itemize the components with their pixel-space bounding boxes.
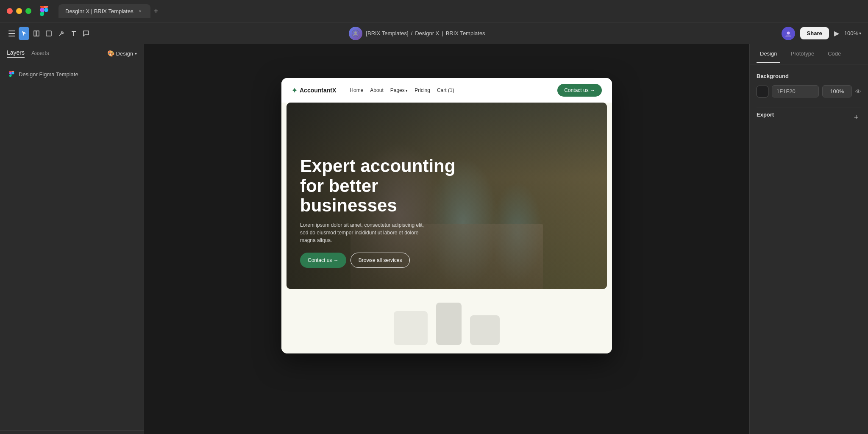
- left-panel: Layers Assets 🎨 Design ▾: [0, 44, 144, 434]
- design-badge[interactable]: 🎨 Design ▾: [107, 50, 137, 57]
- logo-symbol: ✦: [292, 86, 297, 95]
- breadcrumb-separator: /: [411, 30, 413, 36]
- logo-text: AccountantX: [300, 87, 336, 94]
- tab-bar: Desginr X | BRIX Templates × +: [58, 4, 861, 18]
- figma-layer-icon: [8, 71, 15, 78]
- toolbar-left: [7, 27, 92, 40]
- site-nav-links: Home About Pages Pricing Cart (1): [350, 87, 454, 93]
- hero-content: Expert accounting for better businesses …: [300, 156, 478, 268]
- svg-point-9: [12, 72, 14, 75]
- stats-chart-2: [436, 303, 462, 345]
- new-tab-button[interactable]: +: [154, 7, 159, 16]
- site-contact-button[interactable]: Contact us →: [557, 84, 602, 97]
- breadcrumb-divider: |: [442, 30, 443, 36]
- assets-tab[interactable]: Assets: [31, 50, 49, 57]
- code-tab[interactable]: Code: [824, 45, 844, 63]
- site-navbar: ✦ AccountantX Home About Pages Pricing C…: [281, 78, 612, 103]
- layer-item[interactable]: Designr Figma Template: [5, 68, 139, 80]
- stats-chart-1: [394, 311, 428, 345]
- layer-label: Designr Figma Template: [19, 71, 78, 78]
- hero-section: Expert accounting for better businesses …: [287, 103, 607, 289]
- visibility-toggle[interactable]: 👁: [855, 88, 861, 95]
- prototype-tab[interactable]: Prototype: [787, 45, 818, 63]
- active-tab[interactable]: Desginr X | BRIX Templates ×: [58, 4, 150, 18]
- toolbar-center: [BRIX Templates] / Designr X | BRIX Temp…: [93, 27, 741, 40]
- nav-about[interactable]: About: [370, 87, 383, 93]
- svg-rect-4: [46, 31, 51, 36]
- right-panel-content: Background 1F1F20 100% 👁 Export +: [750, 64, 868, 142]
- figma-logo-icon: [38, 5, 50, 17]
- select-tool-button[interactable]: [19, 27, 29, 40]
- text-tool-button[interactable]: [68, 27, 79, 40]
- shape-tool-button[interactable]: [44, 27, 54, 40]
- pen-tool-button[interactable]: [56, 27, 67, 40]
- nav-cart[interactable]: Cart (1): [437, 87, 454, 93]
- canvas: ✦ AccountantX Home About Pages Pricing C…: [144, 44, 749, 434]
- hero-title: Expert accounting for better businesses: [300, 156, 478, 215]
- toolbar: [BRIX Templates] / Designr X | BRIX Temp…: [0, 22, 868, 44]
- menu-button[interactable]: [7, 29, 17, 38]
- share-button[interactable]: Share: [800, 27, 829, 39]
- title-bar: Desginr X | BRIX Templates × +: [0, 0, 868, 22]
- opacity-input[interactable]: 100%: [822, 85, 852, 97]
- nav-pages[interactable]: Pages: [390, 87, 408, 93]
- design-tab[interactable]: Design: [757, 45, 780, 63]
- nav-home[interactable]: Home: [350, 87, 363, 93]
- add-export-button[interactable]: +: [851, 113, 861, 123]
- layers-tab[interactable]: Layers: [7, 49, 25, 58]
- tab-label: Desginr X | BRIX Templates: [65, 8, 134, 14]
- hero-services-button[interactable]: Browse all services: [351, 253, 410, 268]
- export-section: Export +: [757, 111, 861, 124]
- export-row: Export +: [757, 111, 861, 124]
- tab-close-button[interactable]: ×: [137, 8, 144, 14]
- traffic-lights: [7, 8, 31, 14]
- breadcrumb: [BRIX Templates] / Designr X | BRIX Temp…: [366, 30, 485, 36]
- below-hero-content: [394, 303, 500, 345]
- play-button[interactable]: ▶: [834, 29, 839, 37]
- background-section: Background 1F1F20 100% 👁: [757, 73, 861, 97]
- site-logo: ✦ AccountantX: [292, 86, 336, 95]
- maximize-button[interactable]: [25, 8, 31, 14]
- svg-rect-1: [37, 31, 39, 36]
- right-panel: Design Prototype Code Background 1F1F20 …: [749, 44, 868, 434]
- toolbar-right: Share ▶ 100% ▾: [743, 27, 861, 40]
- close-button[interactable]: [7, 8, 13, 14]
- right-panel-tabs: Design Prototype Code: [750, 44, 868, 64]
- stats-chart-3: [470, 315, 500, 345]
- section-divider: [757, 108, 861, 108]
- comment-tool-button[interactable]: [81, 27, 92, 40]
- svg-point-8: [787, 31, 790, 34]
- design-frame: ✦ AccountantX Home About Pages Pricing C…: [281, 78, 612, 353]
- avatar: [782, 27, 795, 40]
- background-label: Background: [757, 73, 861, 79]
- hero-title-line2: for better businesses: [300, 176, 478, 215]
- minimize-button[interactable]: [16, 8, 22, 14]
- nav-pricing[interactable]: Pricing: [415, 87, 430, 93]
- svg-rect-0: [34, 31, 36, 36]
- below-hero: [281, 294, 612, 353]
- main-layout: Layers Assets 🎨 Design ▾: [0, 44, 868, 434]
- zoom-control[interactable]: 100% ▾: [844, 30, 861, 36]
- frame-tool-button[interactable]: [31, 27, 42, 40]
- breadcrumb-file: BRIX Templates: [446, 30, 485, 36]
- panel-tabs: Layers Assets 🎨 Design ▾: [0, 44, 144, 63]
- hero-contact-button[interactable]: Contact us →: [300, 253, 346, 268]
- user-account-icon[interactable]: [349, 27, 362, 40]
- color-swatch[interactable]: [757, 86, 768, 97]
- hero-buttons: Contact us → Browse all services: [300, 253, 478, 268]
- panel-divider: [0, 430, 144, 431]
- export-label: Export: [757, 111, 774, 118]
- background-color-row: 1F1F20 100% 👁: [757, 85, 861, 97]
- panel-content: Designr Figma Template: [0, 63, 144, 427]
- svg-point-6: [354, 31, 357, 34]
- hero-subtitle: Lorem ipsum dolor sit amet, consectetur …: [300, 221, 427, 244]
- hero-title-line1: Expert accounting: [300, 156, 478, 176]
- breadcrumb-project: Designr X: [415, 30, 439, 36]
- color-hex-input[interactable]: 1F1F20: [772, 85, 819, 97]
- breadcrumb-user: [BRIX Templates]: [366, 30, 408, 36]
